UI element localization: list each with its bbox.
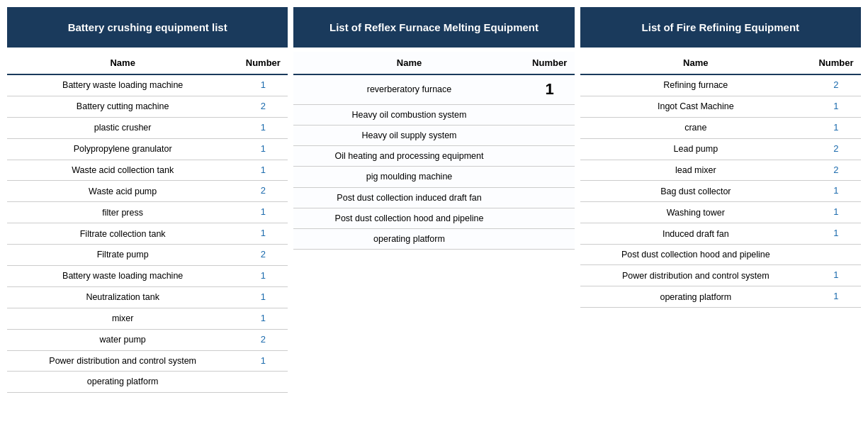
cell-number	[525, 229, 575, 250]
table-row: reverberatory furnace1	[293, 74, 574, 104]
table-row: Neutralization tank1	[7, 286, 288, 308]
cell-number	[238, 372, 288, 392]
cell-name: filter press	[7, 202, 238, 223]
cell-number: 1	[238, 223, 288, 245]
cell-name: Post dust collection hood and pipeline	[580, 245, 811, 265]
cell-name: Refining furnace	[580, 74, 811, 96]
cell-number: 1	[811, 202, 861, 223]
table-row: Battery waste loading machine1	[7, 74, 288, 96]
cell-number: 1	[811, 286, 861, 308]
cell-number	[525, 125, 575, 145]
table-row: Post dust collection hood and pipeline	[293, 208, 574, 228]
cell-name: operating platform	[580, 286, 811, 308]
table-row: water pump2	[7, 329, 288, 350]
table-row: Heavy oil combustion system	[293, 104, 574, 125]
col-name-header: Name	[580, 52, 811, 74]
cell-name: reverberatory furnace	[293, 74, 524, 104]
table-row: Bag dust collector1	[580, 181, 861, 202]
cell-name: crane	[580, 117, 811, 138]
cell-name: Filtrate pump	[7, 245, 238, 266]
cell-name: Induced draft fan	[580, 223, 811, 245]
col-name-header: Name	[7, 52, 238, 74]
cell-name: mixer	[7, 308, 238, 329]
cell-number: 1	[238, 350, 288, 372]
table-row: lead mixer2	[580, 160, 861, 181]
cell-number: 1	[238, 117, 288, 138]
cell-number: 1	[238, 202, 288, 223]
table-row: operating platform1	[580, 286, 861, 308]
table-row: Refining furnace2	[580, 74, 861, 96]
table-row: Waste acid collection tank1	[7, 160, 288, 181]
cell-number	[525, 208, 575, 228]
cell-number	[525, 104, 575, 125]
table-row: Lead pump2	[580, 138, 861, 160]
cell-name: Polypropylene granulator	[7, 138, 238, 160]
section-header-battery: Battery crushing equipment list	[7, 7, 288, 48]
cell-name: Neutralization tank	[7, 286, 238, 308]
cell-name: Heavy oil combustion system	[293, 104, 524, 125]
table-row: Ingot Cast Machine1	[580, 96, 861, 117]
cell-number: 2	[811, 160, 861, 181]
cell-name: Waste acid pump	[7, 181, 238, 202]
table-row: Waste acid pump2	[7, 181, 288, 202]
section-battery: Battery crushing equipment listNameNumbe…	[7, 7, 288, 393]
table-row: operating platform	[7, 372, 288, 392]
cell-name: Filtrate collection tank	[7, 223, 238, 245]
table-row: Heavy oil supply system	[293, 125, 574, 145]
table-row: Power distribution and control system1	[580, 265, 861, 286]
cell-number: 2	[238, 245, 288, 266]
table-fire: NameNumberRefining furnace2Ingot Cast Ma…	[580, 52, 861, 308]
cell-number: 1	[238, 308, 288, 329]
col-number-header: Number	[811, 52, 861, 74]
col-number-header: Number	[238, 52, 288, 74]
cell-name: Battery waste loading machine	[7, 74, 238, 96]
cell-name: Ingot Cast Machine	[580, 96, 811, 117]
cell-number: 2	[238, 181, 288, 202]
table-row: Power distribution and control system1	[7, 350, 288, 372]
cell-name: Battery waste loading machine	[7, 266, 238, 287]
cell-name: Oil heating and processing equipment	[293, 146, 524, 167]
cell-number: 1	[238, 74, 288, 96]
table-row: Filtrate pump2	[7, 245, 288, 266]
table-row: Polypropylene granulator1	[7, 138, 288, 160]
table-row: pig moulding machine	[293, 167, 574, 187]
cell-number: 1	[811, 96, 861, 117]
cell-number: 1	[238, 138, 288, 160]
cell-number: 1	[811, 265, 861, 286]
cell-number	[525, 146, 575, 167]
cell-number: 1	[525, 74, 575, 104]
table-row: crane1	[580, 117, 861, 138]
table-reflex: NameNumberreverberatory furnace1Heavy oi…	[293, 52, 574, 250]
cell-number: 1	[811, 181, 861, 202]
cell-number: 1	[238, 266, 288, 287]
cell-number	[525, 167, 575, 187]
cell-name: Washing tower	[580, 202, 811, 223]
section-fire: List of Fire Refining EquipmentNameNumbe…	[580, 7, 861, 393]
table-row: plastic crusher1	[7, 117, 288, 138]
cell-name: lead mixer	[580, 160, 811, 181]
cell-number: 2	[811, 74, 861, 96]
cell-number: 1	[811, 117, 861, 138]
cell-name: water pump	[7, 329, 238, 350]
table-row: Post dust collection induced draft fan	[293, 187, 574, 208]
cell-name: Post dust collection hood and pipeline	[293, 208, 524, 228]
cell-number: 1	[238, 286, 288, 308]
cell-number: 2	[238, 329, 288, 350]
section-reflex: List of Reflex Furnace Melting Equipment…	[293, 7, 574, 393]
cell-name: pig moulding machine	[293, 167, 524, 187]
cell-name: Battery cutting machine	[7, 96, 238, 117]
table-row: operating platform	[293, 229, 574, 250]
cell-name: Waste acid collection tank	[7, 160, 238, 181]
cell-name: Heavy oil supply system	[293, 125, 524, 145]
cell-number: 1	[811, 223, 861, 245]
cell-number: 2	[238, 96, 288, 117]
cell-number	[525, 187, 575, 208]
table-row: Battery cutting machine2	[7, 96, 288, 117]
section-header-reflex: List of Reflex Furnace Melting Equipment	[293, 7, 574, 48]
table-row: filter press1	[7, 202, 288, 223]
cell-number: 2	[811, 138, 861, 160]
cell-number	[811, 245, 861, 265]
table-row: Filtrate collection tank1	[7, 223, 288, 245]
cell-name: operating platform	[7, 372, 238, 392]
col-name-header: Name	[293, 52, 524, 74]
